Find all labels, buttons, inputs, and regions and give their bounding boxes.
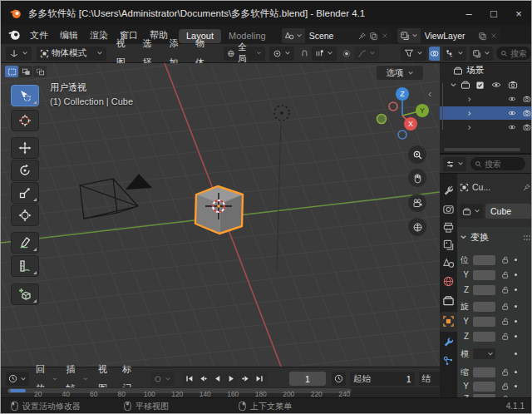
transform-row-rotation-mode[interactable]: 模 <box>457 347 532 360</box>
select-mode-tweak-button[interactable] <box>5 66 18 77</box>
proportional-editing-icon[interactable] <box>342 49 351 58</box>
ortho-grid-button[interactable] <box>408 218 426 236</box>
properties-search[interactable] <box>470 157 525 170</box>
animate-dot[interactable] <box>515 371 517 373</box>
outliner-search[interactable] <box>496 47 531 60</box>
transform-row-location-y[interactable]: Y <box>457 269 532 281</box>
lock-icon[interactable] <box>500 302 510 311</box>
transform-row-rotation-z[interactable]: Z <box>457 330 532 343</box>
tool-add-cube[interactable] <box>11 283 39 305</box>
animate-dot[interactable] <box>515 305 517 308</box>
animate-dot[interactable] <box>515 335 517 338</box>
transform-orientation-dropdown[interactable]: 全局 <box>224 47 264 61</box>
breadcrumb-object-name[interactable]: Cu... <box>472 182 522 192</box>
tab-output-icon[interactable] <box>442 221 455 234</box>
scene-browse-button[interactable] <box>282 28 305 43</box>
properties-editor-type-button[interactable] <box>443 157 466 171</box>
next-keyframe-button[interactable] <box>239 372 253 386</box>
show-overlays-toggle[interactable] <box>429 47 440 61</box>
jump-to-end-button[interactable] <box>254 372 267 386</box>
camera-view-button[interactable] <box>408 194 426 212</box>
outliner-row-cube-selected[interactable] <box>440 106 531 120</box>
lock-icon[interactable] <box>500 332 510 341</box>
transform-row-scale-x[interactable]: 缩 <box>457 366 532 378</box>
expand-chevron-icon[interactable] <box>466 124 472 131</box>
blender-menu-logo-icon[interactable] <box>7 28 21 42</box>
gizmo-axis-z[interactable]: Z <box>396 87 409 101</box>
mode-dropdown[interactable]: 物体模式 <box>37 47 106 61</box>
lock-icon[interactable] <box>500 317 510 326</box>
workspace-tab-modeling[interactable]: Modeling <box>221 29 273 43</box>
lock-icon[interactable] <box>500 367 510 377</box>
render-visibility-icon[interactable] <box>523 108 531 118</box>
gizmo-axis-x[interactable]: X <box>404 117 417 131</box>
filter-dropdown[interactable] <box>401 47 426 61</box>
frame-start-field[interactable]: 起始 1 <box>350 372 415 386</box>
tab-tool-icon[interactable] <box>442 185 455 197</box>
snap-magnet-icon[interactable] <box>300 48 309 58</box>
gizmo-axis-neg-y[interactable] <box>377 115 387 124</box>
transform-row-location-z[interactable]: Z <box>457 283 532 296</box>
expand-chevron-icon[interactable] <box>450 81 457 89</box>
zoom-button[interactable] <box>408 145 426 164</box>
lock-icon[interactable] <box>500 270 510 279</box>
snap-target-dropdown[interactable] <box>312 47 337 61</box>
pivot-point-dropdown[interactable] <box>269 47 294 61</box>
gizmo-axis-y[interactable]: Y <box>416 104 429 117</box>
editor-type-button[interactable] <box>6 47 32 61</box>
select-mode-subtract-button[interactable] <box>33 66 47 77</box>
expand-chevron-icon[interactable] <box>466 110 472 117</box>
pin-icon[interactable] <box>357 32 367 41</box>
tab-world-icon[interactable] <box>442 275 455 288</box>
lock-icon[interactable] <box>500 382 510 391</box>
animate-dot[interactable] <box>515 274 517 276</box>
object-id-browse-button[interactable] <box>460 204 483 219</box>
use-preview-range-toggle[interactable] <box>332 372 346 386</box>
tab-scene-icon[interactable] <box>442 257 455 269</box>
tab-render-icon[interactable] <box>442 203 455 215</box>
viewport-options-button[interactable]: 选项 <box>377 66 423 80</box>
tab-object-icon[interactable] <box>442 315 455 328</box>
outliner-filter-button[interactable] <box>470 47 493 61</box>
panel-expand-chevron-icon[interactable] <box>460 234 467 241</box>
new-scene-icon[interactable] <box>369 32 378 41</box>
transform-row-scale-y[interactable]: Y <box>457 380 532 392</box>
transform-row-rotation-x[interactable]: 旋 <box>457 300 532 313</box>
hide-eye-icon[interactable] <box>491 80 501 90</box>
scene-name-field[interactable]: Scene <box>305 31 357 41</box>
pin-icon[interactable] <box>522 183 531 192</box>
tab-modifiers-icon[interactable] <box>442 336 455 348</box>
maximize-button[interactable]: □ <box>481 3 506 23</box>
lock-icon[interactable] <box>500 255 510 264</box>
tool-annotate[interactable] <box>11 232 39 254</box>
menu-file[interactable]: 文件 <box>24 26 54 44</box>
animate-dot[interactable] <box>515 352 517 355</box>
properties-search-input[interactable] <box>485 160 521 169</box>
minimize-button[interactable]: – <box>456 3 481 23</box>
gizmo-axis-neg-x[interactable] <box>389 102 397 111</box>
prev-keyframe-button[interactable] <box>197 372 210 386</box>
timeline-current-range-indicator[interactable] <box>9 389 26 392</box>
play-button[interactable] <box>225 372 239 386</box>
tool-scale[interactable] <box>11 182 39 204</box>
hide-eye-icon[interactable] <box>508 122 516 132</box>
auto-keying-toggle[interactable] <box>150 372 175 386</box>
lock-icon[interactable] <box>500 285 510 294</box>
hide-eye-icon[interactable] <box>508 108 516 118</box>
menu-edit[interactable]: 编辑 <box>54 26 84 44</box>
transform-row-location-x[interactable]: 位 <box>457 254 532 266</box>
animate-dot[interactable] <box>515 259 517 261</box>
animate-dot[interactable] <box>515 320 517 323</box>
outliner-row-collection[interactable] <box>440 78 531 91</box>
animate-dot[interactable] <box>515 385 517 387</box>
tab-collection-icon[interactable] <box>442 294 455 307</box>
new-viewlayer-icon[interactable] <box>478 32 487 41</box>
object-name-field[interactable]: Cube <box>485 204 531 219</box>
collection-checkbox[interactable] <box>475 81 485 90</box>
animate-dot[interactable] <box>515 288 517 291</box>
close-button[interactable]: × <box>506 3 531 23</box>
outliner-scrollbar[interactable] <box>444 148 520 151</box>
viewlayer-name-field[interactable]: ViewLayer <box>421 31 478 41</box>
frame-end-field[interactable]: 结 <box>419 372 440 386</box>
panel-drag-dots-icon[interactable] <box>523 234 531 241</box>
